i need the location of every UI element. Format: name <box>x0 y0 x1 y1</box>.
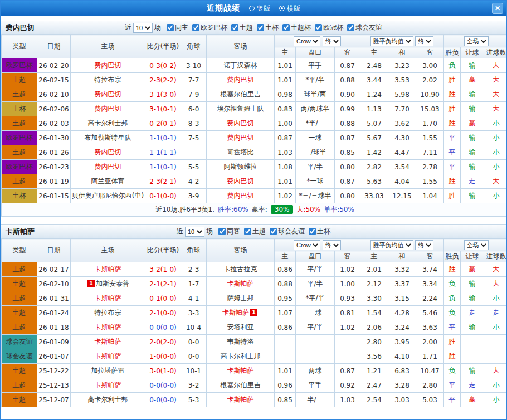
odds-final-select[interactable]: 终 <box>323 36 341 46</box>
result-outcome: 平 <box>444 131 461 145</box>
filter-checkbox-球会友谊[interactable]: 球会友谊 <box>347 23 382 32</box>
filter-checkbox-同主[interactable]: 同主 <box>167 23 188 32</box>
away-team: 卡斯帕萨 <box>207 277 275 291</box>
checkbox-input[interactable] <box>244 228 251 235</box>
avg-away: 7.11 <box>416 145 444 160</box>
avg-select[interactable]: 胜平负均值 <box>370 240 413 250</box>
handicap: 两/两球半 <box>296 102 335 116</box>
result-handicap: 赢 <box>461 73 484 87</box>
checkbox-input[interactable] <box>270 228 277 235</box>
team-name: 费内巴切 <box>6 23 35 33</box>
checkbox-input[interactable] <box>282 24 290 31</box>
scope-select[interactable]: 全场 <box>464 240 489 250</box>
match-row: 土超26-01-19阿兰亚体育2-3(2-1)4-2费内巴切1.01*一球0.8… <box>2 174 507 189</box>
scope-header-cell: 全场 <box>444 239 507 251</box>
result-outcome: 平 <box>444 160 461 174</box>
close-button[interactable]: ✕ <box>492 3 503 14</box>
filter-checkbox-球会友谊[interactable]: 球会友谊 <box>270 227 305 236</box>
corners: 7-5 <box>181 131 207 145</box>
odds-away: 0.99 <box>335 102 360 116</box>
away-team: 诺丁汉森林 <box>207 58 275 73</box>
avg-select[interactable]: 胜平负均值 <box>370 36 413 46</box>
checkbox-input[interactable] <box>315 24 322 31</box>
odds-final-select[interactable]: 终 <box>323 240 341 250</box>
filter-checkbox-土超[interactable]: 土超 <box>231 23 253 32</box>
score: 3-0(1-0) <box>145 364 181 378</box>
sub-handicap: 盘口 <box>296 47 335 58</box>
odds-header-cell: Crow 终 <box>275 239 360 251</box>
odds-home: 0.95 <box>275 291 296 306</box>
avg-home: 1.54 <box>360 306 388 320</box>
filter-checkbox-土杯[interactable]: 土杯 <box>309 227 330 236</box>
match-count-select[interactable]: 10 <box>185 227 204 237</box>
team-label: 卡斯帕萨 <box>222 309 249 316</box>
competition-filters: 同客土超球会友谊土杯 <box>214 227 330 237</box>
checkbox-input[interactable] <box>231 24 238 31</box>
handicap: 半/一 <box>296 393 335 407</box>
odds-away: 1.00 <box>335 277 360 291</box>
layout-horizontal-radio[interactable]: 横版 <box>279 4 300 13</box>
avg-draw: 3.15 <box>388 291 416 306</box>
match-row: 土超26-02-15特拉布宗2-3(2-2)7-7费内巴切1.01*平/半0.8… <box>2 73 507 87</box>
avg-draw: 3.54 <box>388 160 416 174</box>
match-date: 25-12-13 <box>37 378 71 393</box>
filter-checkbox-同客[interactable]: 同客 <box>218 227 240 236</box>
filter-checkbox-土超[interactable]: 土超 <box>244 227 266 236</box>
layout-vertical-radio[interactable]: 竖版 <box>249 4 270 13</box>
avg-draw: 4.28 <box>388 306 416 320</box>
checkbox-input[interactable] <box>167 24 174 31</box>
away-team: 韦斯特洛 <box>207 335 275 349</box>
win-rate-badge: 30% <box>271 205 294 214</box>
odds-away: 0.88 <box>335 116 360 131</box>
bookmaker-select[interactable]: Crow <box>294 240 320 250</box>
avg-draw: 6.83 <box>388 364 416 378</box>
result-outcome: 胜 <box>444 174 461 189</box>
avg-home: 1.42 <box>360 145 388 160</box>
filter-checkbox-土超杯[interactable]: 土超杯 <box>282 23 311 32</box>
scope-select[interactable]: 全场 <box>464 36 489 46</box>
match-row: 土超26-02-10费内巴切3-1(3-0)7-9根塞尔伯里吉0.98球半/两0… <box>2 87 507 102</box>
avg-draw: 3.62 <box>388 116 416 131</box>
result-outcome: 胜 <box>444 116 461 131</box>
avg-final-select[interactable]: 终 <box>415 36 433 46</box>
team-label: 费内巴切 <box>227 119 254 127</box>
match-row: 欧罗巴杯26-01-30布加勒斯特星队1-1(0-1)7-5费内巴切0.87一球… <box>2 131 507 145</box>
home-team: 费内巴切 <box>71 87 145 102</box>
odds-home: 1.01 <box>275 364 296 378</box>
sub-outcome: 胜负 <box>444 251 461 262</box>
bookmaker-select[interactable]: Crow <box>294 36 320 46</box>
odds-away: 0.85 <box>335 145 360 160</box>
checkbox-input[interactable] <box>309 228 316 235</box>
odds-home: 0.98 <box>275 87 296 102</box>
corners: 6-0 <box>181 102 207 116</box>
stats-summary: 近10场,胜6平3负1,胜率:60%赢率:30%大:50%单率:50% <box>2 203 507 217</box>
avg-draw: 12.15 <box>388 189 416 203</box>
odds-away: 0.87 <box>335 364 360 378</box>
home-team: 卡斯帕萨 <box>71 291 145 306</box>
odds-away: 0.87 <box>335 174 360 189</box>
match-date: 26-01-18 <box>37 320 71 335</box>
col-date: 日期 <box>37 35 71 58</box>
checkbox-input[interactable] <box>347 24 354 31</box>
result-goals: 大 <box>484 262 507 277</box>
checkbox-input[interactable] <box>192 24 199 31</box>
avg-home: 5.67 <box>360 131 388 145</box>
result-goals <box>484 335 507 349</box>
match-count-select[interactable]: 10 <box>133 23 153 33</box>
odds-away: 1.02 <box>335 262 360 277</box>
checkbox-input[interactable] <box>218 228 226 235</box>
red-card-badge: 1 <box>87 280 95 287</box>
avg-final-select[interactable]: 终 <box>415 240 433 250</box>
recent-results-popup: 近期战绩 竖版 横版 ✕ 费内巴切 近 10 场 同主欧罗巴杯土超土杯土超杯欧冠… <box>0 0 507 420</box>
avg-draw: 4.04 <box>388 174 416 189</box>
odds-home: 0.87 <box>275 131 296 145</box>
home-team: 加拉塔萨雷 <box>71 364 145 378</box>
col-home: 主场 <box>71 239 145 262</box>
match-type: 土超 <box>2 145 37 160</box>
checkbox-input[interactable] <box>257 24 264 31</box>
team-label: 费内巴切 <box>95 163 121 170</box>
filter-checkbox-土杯[interactable]: 土杯 <box>257 23 279 32</box>
filter-checkbox-欧冠杯[interactable]: 欧冠杯 <box>315 23 343 32</box>
filter-checkbox-欧罗巴杯[interactable]: 欧罗巴杯 <box>192 23 227 32</box>
col-away: 客场 <box>207 239 275 262</box>
